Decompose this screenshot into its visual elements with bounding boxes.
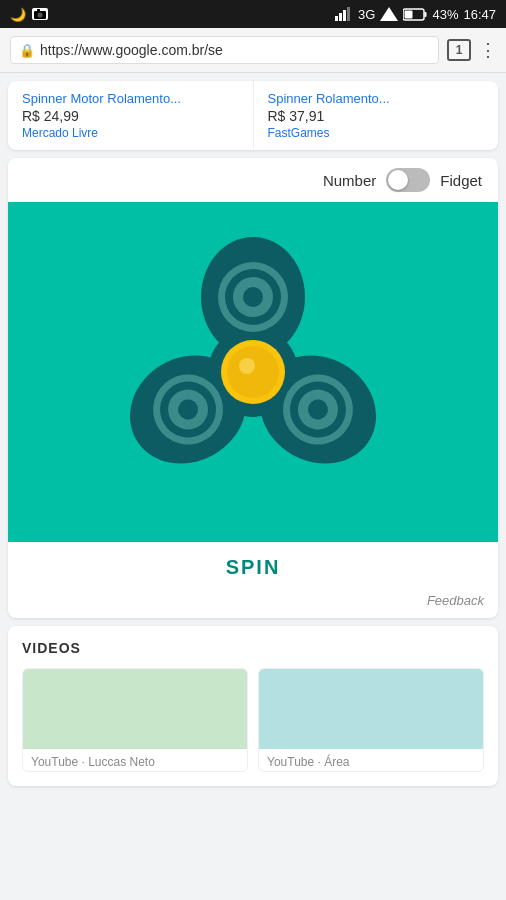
spinner-toggle-switch[interactable] bbox=[386, 168, 430, 192]
tab-count: 1 bbox=[456, 43, 463, 57]
time-label: 16:47 bbox=[463, 7, 496, 22]
status-right: 3G 43% 16:47 bbox=[335, 7, 496, 22]
network-arrow-icon bbox=[380, 7, 398, 21]
spin-button[interactable]: SPIN bbox=[226, 556, 281, 579]
spinner-widget: Number Fidget bbox=[8, 158, 498, 618]
address-bar[interactable]: 🔒 https://www.google.com.br/se bbox=[10, 36, 439, 64]
battery-icon bbox=[403, 8, 427, 21]
feedback-label: Feedback bbox=[427, 593, 484, 608]
svg-rect-6 bbox=[347, 7, 350, 21]
spinner-svg bbox=[103, 222, 403, 522]
product-card-0[interactable]: Spinner Motor Rolamento... R$ 24,99 Merc… bbox=[8, 81, 254, 150]
spin-button-row[interactable]: SPIN bbox=[8, 542, 498, 593]
svg-rect-5 bbox=[343, 10, 346, 21]
videos-title: VIDEOS bbox=[22, 640, 484, 656]
status-left: 🌙 bbox=[10, 7, 48, 22]
photo-icon bbox=[32, 8, 48, 20]
svg-point-18 bbox=[243, 287, 263, 307]
signal-icon bbox=[335, 7, 353, 21]
toggle-fidget-label: Fidget bbox=[440, 172, 482, 189]
network-label: 3G bbox=[358, 7, 375, 22]
browser-menu-button[interactable]: ⋮ bbox=[479, 41, 496, 59]
svg-rect-4 bbox=[339, 13, 342, 21]
video-thumb-0 bbox=[23, 669, 247, 749]
products-row: Spinner Motor Rolamento... R$ 24,99 Merc… bbox=[8, 81, 498, 150]
product-store-1: FastGames bbox=[268, 126, 485, 140]
spinner-toggle-row: Number Fidget bbox=[8, 158, 498, 202]
feedback-row: Feedback bbox=[8, 593, 498, 618]
product-store-0: Mercado Livre bbox=[22, 126, 239, 140]
battery-label: 43% bbox=[432, 7, 458, 22]
svg-rect-2 bbox=[37, 9, 40, 11]
product-title-0: Spinner Motor Rolamento... bbox=[22, 91, 239, 106]
product-price-1: R$ 37,91 bbox=[268, 108, 485, 124]
browser-chrome: 🔒 https://www.google.com.br/se 1 ⋮ bbox=[0, 28, 506, 73]
svg-point-28 bbox=[227, 346, 279, 398]
svg-point-29 bbox=[239, 358, 255, 374]
toggle-number-label: Number bbox=[323, 172, 376, 189]
svg-marker-7 bbox=[380, 7, 398, 21]
url-text: https://www.google.com.br/se bbox=[40, 42, 223, 58]
product-card-1[interactable]: Spinner Rolamento... R$ 37,91 FastGames bbox=[254, 81, 499, 150]
svg-rect-9 bbox=[425, 12, 427, 17]
moon-icon: 🌙 bbox=[10, 7, 26, 22]
lock-icon: 🔒 bbox=[19, 43, 35, 58]
video-cards: YouTube · Luccas Neto YouTube · Área bbox=[22, 668, 484, 772]
svg-rect-10 bbox=[405, 10, 413, 18]
video-card-1[interactable]: YouTube · Área bbox=[258, 668, 484, 772]
svg-rect-3 bbox=[335, 16, 338, 21]
product-title-1: Spinner Rolamento... bbox=[268, 91, 485, 106]
product-price-0: R$ 24,99 bbox=[22, 108, 239, 124]
svg-point-1 bbox=[38, 13, 43, 18]
video-thumb-1 bbox=[259, 669, 483, 749]
video-source-1: YouTube · Área bbox=[259, 749, 483, 771]
status-bar: 🌙 3G 43% 16:47 bbox=[0, 0, 506, 28]
tab-switcher-button[interactable]: 1 bbox=[447, 39, 471, 61]
spinner-canvas[interactable] bbox=[8, 202, 498, 542]
video-card-0[interactable]: YouTube · Luccas Neto bbox=[22, 668, 248, 772]
video-source-0: YouTube · Luccas Neto bbox=[23, 749, 247, 771]
videos-section: VIDEOS YouTube · Luccas Neto YouTube · Á… bbox=[8, 626, 498, 786]
